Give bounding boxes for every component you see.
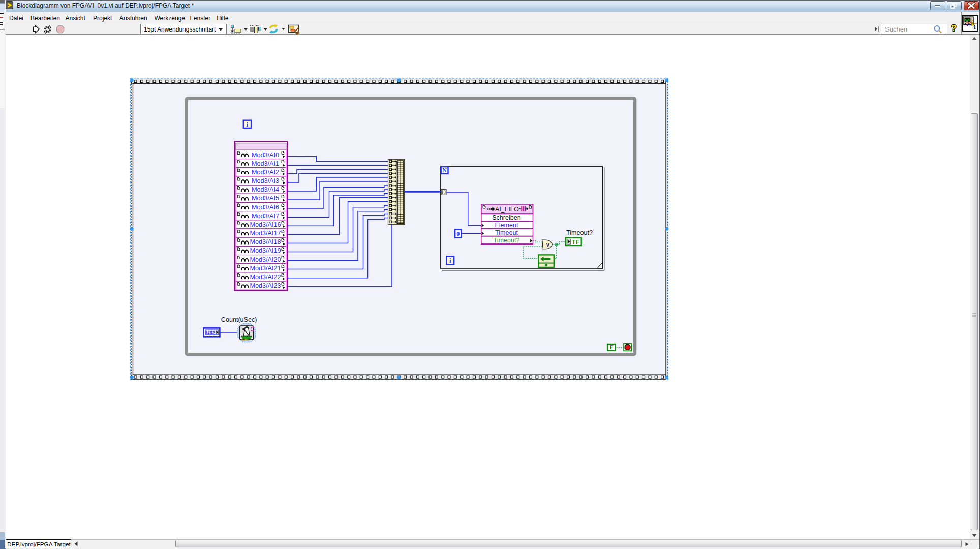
svg-text:Timeout: Timeout: [495, 229, 518, 236]
svg-text:Mod3/AI21: Mod3/AI21: [250, 265, 281, 272]
svg-text:Mod3/AI5: Mod3/AI5: [252, 195, 279, 202]
svg-text:U32: U32: [206, 330, 215, 336]
svg-text:Mod3/AI4: Mod3/AI4: [252, 186, 279, 193]
svg-text:F: F: [609, 344, 613, 350]
svg-text:1: 1: [973, 24, 976, 30]
svg-text:AI_FIFO: AI_FIFO: [495, 206, 519, 213]
svg-text:Mod3/AI6: Mod3/AI6: [252, 204, 279, 211]
svg-text:i: i: [449, 257, 451, 264]
svg-text:v: v: [546, 241, 549, 248]
svg-text:Count(uSec): Count(uSec): [221, 316, 257, 323]
svg-text:Mod3/AI7: Mod3/AI7: [252, 212, 279, 220]
svg-text:Mod3/AI3: Mod3/AI3: [252, 177, 279, 185]
svg-text:i: i: [246, 120, 248, 128]
svg-text:Timeout?: Timeout?: [493, 237, 519, 244]
svg-text:Mod3/AI2: Mod3/AI2: [252, 169, 279, 176]
svg-text:Mod3/AI0: Mod3/AI0: [252, 151, 279, 159]
svg-text:Mod3/AI1: Mod3/AI1: [252, 160, 279, 167]
svg-text:Timeout?: Timeout?: [566, 229, 593, 236]
svg-text:Mod3/AI18: Mod3/AI18: [250, 238, 281, 246]
svg-text:Mod3/AI19: Mod3/AI19: [250, 247, 281, 254]
svg-text:Element: Element: [495, 222, 518, 229]
svg-text:Mod3/AI16: Mod3/AI16: [250, 221, 281, 228]
svg-text:TF: TF: [572, 239, 579, 245]
svg-text:Mod3/AI22: Mod3/AI22: [250, 273, 281, 281]
svg-text:Mod3/AI20: Mod3/AI20: [250, 256, 281, 263]
svg-text:Mod3/AI17: Mod3/AI17: [250, 230, 281, 237]
svg-text:0: 0: [456, 230, 460, 237]
svg-text:N: N: [442, 167, 447, 174]
svg-text:Schreiben: Schreiben: [492, 214, 521, 221]
svg-text:Mod3/AI23: Mod3/AI23: [250, 282, 281, 289]
